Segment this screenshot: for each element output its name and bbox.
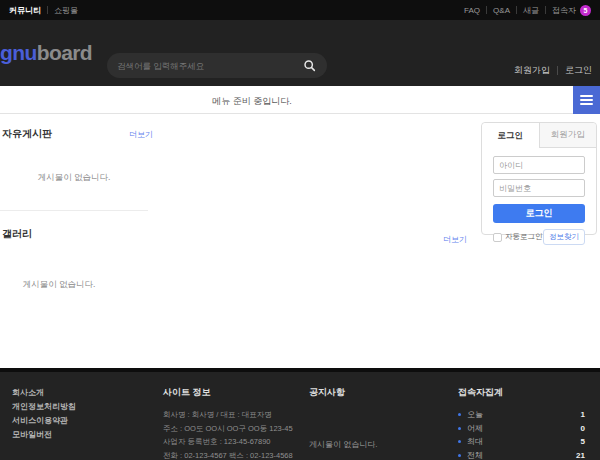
footer-notice: 공지사항 게시물이 없습니다. — [309, 386, 377, 450]
topbar-link-shop[interactable]: 쇼핑몰 — [54, 5, 78, 16]
login-id-field[interactable] — [493, 156, 585, 174]
search-input[interactable] — [117, 61, 301, 71]
gallery-more-link[interactable]: 더보기 — [443, 234, 467, 245]
tab-login[interactable]: 로그인 — [482, 123, 539, 148]
visitor-stats-rows: 오늘 1 어제 0 최대 5 전체 21 — [458, 408, 585, 460]
bullet-icon — [458, 427, 461, 430]
search-button[interactable] — [301, 58, 317, 74]
gallery-empty-text: 게시물이 없습니다. — [0, 279, 118, 291]
visitor-stat-value: 1 — [581, 408, 585, 422]
header-member-links: 회원가입 로그인 — [514, 64, 592, 77]
divider — [486, 6, 487, 14]
topbar-right: FAQ Q&A 새글 접속자 5 — [464, 5, 591, 16]
visitor-stat-value: 21 — [576, 449, 585, 460]
notice-empty-text: 게시물이 없습니다. — [309, 439, 377, 450]
divider — [557, 66, 558, 75]
login-tabs: 로그인 회원가입 — [482, 123, 596, 148]
site-info-line: 사업자 등록번호 : 123-45-67890 — [163, 435, 293, 449]
section-divider — [0, 210, 148, 211]
menu-placeholder-text: 메뉴 준비 중입니다. — [212, 95, 292, 108]
footer-link-privacy[interactable]: 개인정보처리방침 — [12, 400, 76, 414]
login-form: 로그인 자동로그인 정보찾기 — [482, 148, 596, 245]
hamburger-icon — [580, 93, 593, 107]
board-empty-text: 게시물이 없습니다. — [0, 172, 148, 184]
login-link[interactable]: 로그인 — [565, 64, 592, 77]
topbar-link-community[interactable]: 커뮤니티 — [9, 5, 41, 16]
footer-links: 회사소개 개인정보처리방침 서비스이용약관 모바일버전 — [12, 386, 76, 442]
board-section-title: 자유게시판 — [2, 127, 52, 141]
visitor-stat-value: 5 — [581, 435, 585, 449]
login-submit-button[interactable]: 로그인 — [493, 204, 585, 223]
topbar-link-qna[interactable]: Q&A — [493, 6, 510, 15]
search-icon — [303, 59, 316, 72]
footer-link-mobile[interactable]: 모바일버전 — [12, 428, 76, 442]
bullet-icon — [458, 413, 461, 416]
logo-text-board: board — [37, 41, 92, 64]
auto-login-label: 자동로그인 — [505, 232, 543, 242]
footer-visitor-stats: 접속자집계 오늘 1 어제 0 최대 5 전체 21 — [458, 386, 585, 460]
footer-link-company[interactable]: 회사소개 — [12, 386, 76, 400]
site-info-line: 전화 : 02-123-4567 팩스 : 02-123-4568 — [163, 449, 293, 460]
visitor-stat-row: 전체 21 — [458, 449, 585, 460]
menu-bar: 메뉴 준비 중입니다. — [0, 86, 600, 114]
tab-signup[interactable]: 회원가입 — [539, 123, 597, 148]
visitor-stat-row: 어제 0 — [458, 422, 585, 436]
footer: 회사소개 개인정보처리방침 서비스이용약관 모바일버전 사이트 정보 회사명 :… — [0, 368, 600, 460]
visitor-stat-label: 오늘 — [467, 408, 483, 422]
visitor-stat-label: 어제 — [467, 422, 483, 436]
visitor-stat-row: 오늘 1 — [458, 408, 585, 422]
gallery-section-title: 갤러리 — [2, 227, 32, 241]
visitor-count-badge: 5 — [580, 5, 591, 16]
divider — [516, 6, 517, 14]
topbar-left: 커뮤니티 쇼핑몰 — [9, 5, 78, 16]
site-logo[interactable]: gnuboard — [0, 41, 92, 65]
site-info-lines: 회사명 : 회사명 / 대표 : 대표자명 주소 : OO도 OO시 OO구 O… — [163, 408, 293, 460]
signup-link[interactable]: 회원가입 — [514, 64, 550, 77]
footer-link-terms[interactable]: 서비스이용약관 — [12, 414, 76, 428]
visitor-stat-row: 최대 5 — [458, 435, 585, 449]
page: 커뮤니티 쇼핑몰 FAQ Q&A 새글 접속자 5 gnuboard — [0, 0, 600, 460]
logo-text-gnu: gnu — [0, 41, 37, 64]
login-box: 로그인 회원가입 로그인 자동로그인 정보찾기 — [481, 122, 597, 235]
visitor-stat-value: 0 — [581, 422, 585, 436]
find-info-button[interactable]: 정보찾기 — [543, 229, 585, 245]
auto-login-checkbox[interactable] — [493, 233, 502, 242]
footer-site-info: 사이트 정보 회사명 : 회사명 / 대표 : 대표자명 주소 : OO도 OO… — [163, 386, 293, 460]
divider — [545, 6, 546, 14]
visitor-stat-label: 최대 — [467, 435, 483, 449]
topbar: 커뮤니티 쇼핑몰 FAQ Q&A 새글 접속자 5 — [0, 0, 600, 20]
bullet-icon — [458, 454, 461, 457]
site-info-line: 회사명 : 회사명 / 대표 : 대표자명 — [163, 408, 293, 422]
bullet-icon — [458, 440, 461, 443]
visitor-stat-label: 전체 — [467, 449, 483, 460]
notice-title: 공지사항 — [309, 386, 377, 399]
divider — [47, 6, 48, 14]
header: gnuboard 회원가입 로그인 — [0, 20, 600, 86]
topbar-link-faq[interactable]: FAQ — [464, 6, 480, 15]
site-info-line: 주소 : OO도 OO시 OO구 OO동 123-45 — [163, 422, 293, 436]
topbar-link-new-posts[interactable]: 새글 — [523, 5, 539, 16]
login-options-row: 자동로그인 정보찾기 — [493, 229, 585, 245]
visitor-stats-title: 접속자집계 — [458, 386, 585, 399]
topbar-link-visitors[interactable]: 접속자 — [552, 5, 576, 16]
menu-button[interactable] — [573, 86, 600, 114]
auto-login-option: 자동로그인 — [493, 232, 543, 242]
search-bar — [107, 53, 327, 78]
site-info-title: 사이트 정보 — [163, 386, 293, 399]
login-password-field[interactable] — [493, 179, 585, 197]
board-more-link[interactable]: 더보기 — [129, 129, 153, 140]
